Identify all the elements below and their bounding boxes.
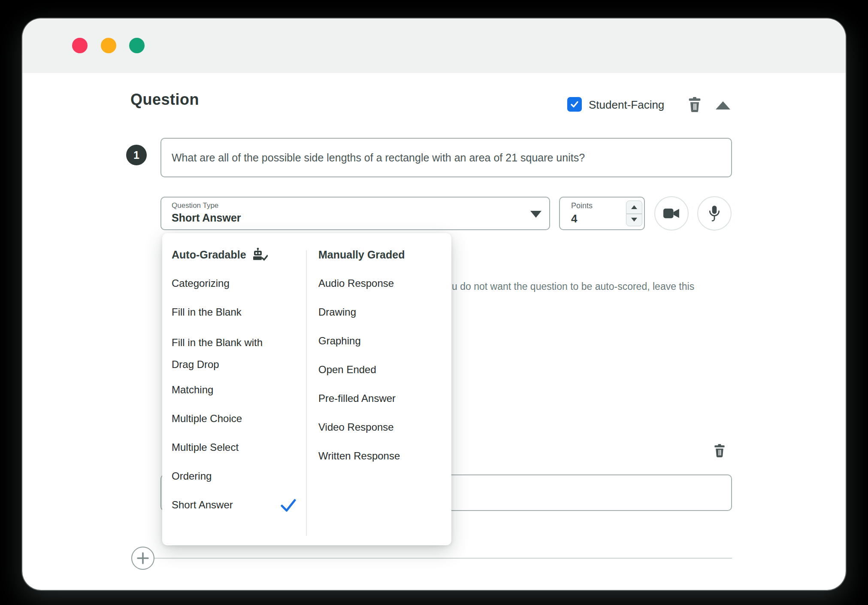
add-question-divider	[154, 558, 732, 559]
points-input[interactable]: Points 4	[559, 197, 645, 230]
page-title: Question	[130, 91, 199, 109]
student-facing-label: Student-Facing	[589, 98, 664, 111]
menu-item-drawing[interactable]: Drawing	[318, 303, 356, 322]
student-facing-checkbox[interactable]	[567, 97, 582, 112]
menu-item-short-answer[interactable]: Short Answer	[172, 496, 233, 514]
window-titlebar	[22, 18, 846, 73]
menu-item-video-response[interactable]: Video Response	[318, 418, 394, 437]
menu-item-matching[interactable]: Matching	[172, 380, 213, 399]
menu-item-audio-response[interactable]: Audio Response	[318, 274, 394, 293]
menu-item-written-response[interactable]: Written Response	[318, 447, 400, 465]
points-stepper-up[interactable]	[626, 201, 642, 213]
auto-score-hint-text: u do not want the question to be auto-sc…	[452, 277, 694, 296]
triangle-down-icon	[631, 218, 637, 222]
minimize-button[interactable]	[101, 38, 116, 53]
selected-check-icon	[281, 499, 296, 512]
menu-column-divider	[306, 250, 307, 536]
delete-question-button[interactable]	[688, 97, 702, 114]
menu-item-multiple-choice[interactable]: Multiple Choice	[172, 409, 242, 428]
menu-item-pre-filled-answer[interactable]: Pre-filled Answer	[318, 389, 396, 408]
chevron-down-icon	[530, 211, 541, 218]
triangle-up-icon	[631, 205, 637, 209]
points-label: Points	[571, 201, 593, 210]
points-value: 4	[571, 212, 577, 225]
maximize-button[interactable]	[129, 38, 145, 53]
menu-item-ordering[interactable]: Ordering	[172, 467, 212, 486]
auto-grade-robot-icon	[252, 248, 268, 261]
auto-gradable-header: Auto-Gradable	[172, 245, 268, 264]
trash-icon	[714, 444, 726, 458]
manually-graded-header: Manually Graded	[318, 245, 405, 264]
question-type-select[interactable]: Question Type Short Answer	[160, 197, 550, 230]
microphone-icon	[707, 205, 722, 222]
delete-answer-button[interactable]	[714, 444, 726, 459]
question-type-value: Short Answer	[172, 212, 241, 224]
menu-item-fill-in-the-blank-drag-drop[interactable]: Fill in the Blank with Drag Drop	[172, 331, 283, 375]
plus-icon	[136, 552, 149, 565]
question-text-input[interactable]: What are all of the possible side length…	[160, 138, 732, 177]
add-video-button[interactable]	[654, 196, 689, 231]
question-type-label: Question Type	[172, 201, 218, 210]
menu-item-graphing[interactable]: Graphing	[318, 331, 361, 350]
menu-item-categorizing[interactable]: Categorizing	[172, 274, 230, 293]
stepper-divider	[626, 213, 642, 214]
checkmark-icon	[569, 99, 580, 109]
app-window: Question Student-Facing 1 What are all o…	[22, 18, 846, 590]
question-number-badge: 1	[126, 145, 147, 165]
points-stepper	[626, 201, 642, 226]
question-type-menu: Auto-Gradable Manually Graded Categorizi…	[162, 233, 451, 545]
trash-icon	[688, 97, 702, 112]
points-stepper-down[interactable]	[626, 213, 642, 226]
add-question-button[interactable]	[131, 547, 154, 570]
menu-item-fill-in-the-blank[interactable]: Fill in the Blank	[172, 303, 242, 322]
menu-item-open-ended[interactable]: Open Ended	[318, 360, 376, 379]
add-audio-button[interactable]	[697, 196, 732, 231]
close-button[interactable]	[72, 38, 88, 53]
auto-gradable-header-label: Auto-Gradable	[172, 249, 246, 261]
menu-item-multiple-select[interactable]: Multiple Select	[172, 438, 239, 457]
video-camera-icon	[663, 207, 680, 219]
collapse-question-button[interactable]	[716, 101, 730, 109]
manually-graded-header-label: Manually Graded	[318, 249, 405, 261]
question-text: What are all of the possible side length…	[172, 152, 585, 164]
